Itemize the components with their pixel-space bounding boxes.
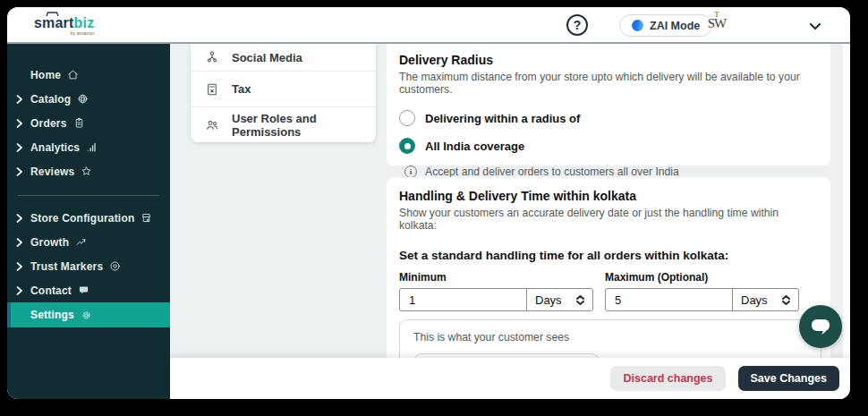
handling-set-line: Set a standard handling time for all ord… (399, 249, 818, 262)
app-window: smartbiz by amazon ? ZAI Mode T SW Home … (7, 7, 850, 399)
chevron-right-icon (16, 238, 24, 247)
maximum-label: Maximum (Optional) (605, 271, 799, 284)
home-icon (67, 69, 79, 81)
stepper-chevrons-icon[interactable] (576, 295, 584, 305)
bar-chart-icon (86, 141, 98, 153)
smartbiz-logo[interactable]: smartbiz by amazon (34, 12, 94, 37)
radio-checked-icon[interactable] (399, 138, 415, 154)
logo-text: smartbiz (34, 15, 94, 30)
sidebar-item-reviews[interactable]: Reviews (7, 159, 170, 183)
sidebar-item-contact[interactable]: Contact (7, 278, 170, 302)
menu-item-user-roles[interactable]: User Roles and Permissions (191, 106, 376, 142)
all-india-info: i Accept and deliver orders to customers… (404, 166, 818, 178)
radio-option-radius[interactable]: Delivering within a radius of (399, 110, 818, 126)
chevron-right-icon (16, 143, 24, 152)
maximum-unit-select[interactable]: Days (732, 289, 798, 310)
sidebar-item-trust-markers[interactable]: Trust Markers (7, 254, 170, 278)
handling-delivery-card: Handling & Delivery Time within kolkata … (387, 177, 830, 365)
chevron-right-icon (16, 262, 24, 271)
account-logo[interactable]: T SW (703, 11, 730, 30)
handling-title: Handling & Delivery Time within kolkata (399, 189, 818, 203)
radio-option-all-india[interactable]: All India coverage (399, 138, 818, 154)
chat-bubble-icon (78, 284, 89, 296)
handling-description: Show your customers an accurate delivery… (399, 207, 818, 232)
sidebar-item-catalog[interactable]: Catalog (7, 87, 170, 111)
stepper-chevrons-icon[interactable] (782, 295, 790, 305)
action-bar: Discard changes Save Changes (170, 358, 850, 399)
info-icon: i (404, 166, 417, 178)
sidebar-item-growth[interactable]: Growth (7, 230, 170, 254)
sidebar-item-home[interactable]: Home (7, 63, 170, 87)
radio-unchecked-icon[interactable] (399, 110, 415, 126)
calculator-icon (205, 82, 219, 97)
chevron-right-icon (16, 214, 24, 223)
minimum-label: Minimum (399, 271, 593, 284)
minimum-unit-select[interactable]: Days (526, 289, 592, 310)
account-chevron-down-icon[interactable] (809, 18, 821, 34)
maximum-days-control: Days (605, 288, 799, 311)
delivery-radius-description: The maximum distance from your store upt… (399, 71, 818, 96)
delivery-radius-title: Delivery Radius (399, 53, 818, 67)
sidebar-divider (18, 195, 159, 196)
zai-mode-label: ZAI Mode (650, 20, 700, 32)
share-network-icon (205, 50, 219, 64)
sidebar-item-store-configuration[interactable]: Store Configuration (7, 206, 170, 230)
minimum-input[interactable] (400, 289, 526, 310)
chat-bubble-icon (809, 316, 832, 337)
globe-icon (77, 93, 89, 105)
chat-fab-button[interactable] (799, 305, 842, 348)
minimum-days-control: Days (399, 288, 593, 311)
save-changes-button[interactable]: Save Changes (738, 366, 839, 391)
zai-mode-dot-icon (632, 20, 643, 31)
sidebar-item-analytics[interactable]: Analytics (7, 135, 170, 159)
chevron-right-icon (16, 119, 24, 128)
storefront-icon (140, 212, 152, 224)
logo-byline: by amazon (34, 31, 94, 37)
sidebar-nav: Home Catalog Orders Analytics Reviews S (7, 44, 170, 399)
clipboard-icon (73, 117, 85, 129)
maximum-input[interactable] (606, 289, 732, 310)
chevron-right-icon (16, 286, 24, 295)
help-icon[interactable]: ? (566, 14, 588, 36)
settings-submenu: Social Media Tax User Roles and Permissi… (191, 44, 376, 142)
menu-item-tax[interactable]: Tax (191, 71, 376, 106)
gear-icon (81, 310, 92, 321)
chevron-right-icon (16, 95, 24, 104)
users-icon (205, 118, 219, 132)
sidebar-item-orders[interactable]: Orders (7, 111, 170, 135)
trend-up-icon (75, 236, 87, 248)
preview-caption: This is what your customer sees (413, 331, 807, 344)
star-icon (81, 166, 92, 177)
chevron-right-icon (16, 167, 24, 176)
sidebar-item-settings[interactable]: Settings (7, 302, 170, 327)
top-header: smartbiz by amazon ? ZAI Mode T SW (7, 7, 850, 44)
heart-badge-icon (109, 260, 121, 272)
discard-changes-button[interactable]: Discard changes (610, 366, 725, 391)
zai-mode-toggle[interactable]: ZAI Mode (619, 14, 712, 37)
delivery-radius-card: Delivery Radius The maximum distance fro… (387, 44, 830, 166)
menu-item-social-media[interactable]: Social Media (191, 44, 376, 71)
